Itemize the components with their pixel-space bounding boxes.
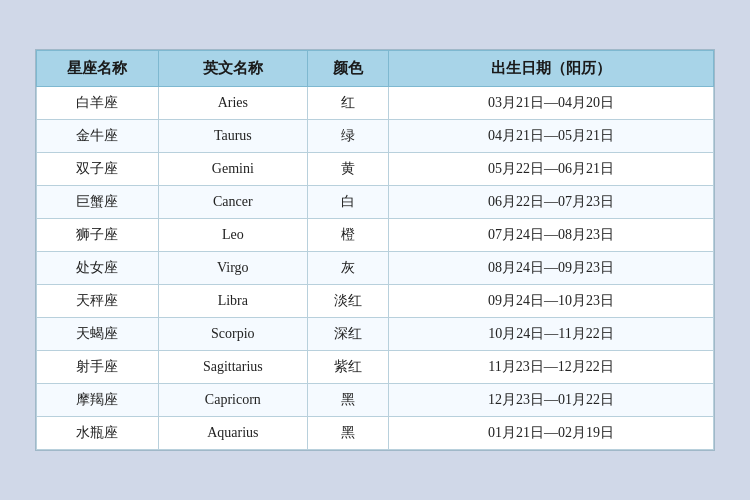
cell-zh-name: 天秤座: [37, 285, 159, 318]
cell-zh-name: 水瓶座: [37, 417, 159, 450]
table-body: 白羊座Aries红03月21日—04月20日金牛座Taurus绿04月21日—0…: [37, 87, 714, 450]
cell-date: 11月23日—12月22日: [389, 351, 714, 384]
cell-color: 红: [307, 87, 388, 120]
cell-color: 绿: [307, 120, 388, 153]
cell-en-name: Leo: [158, 219, 307, 252]
cell-color: 深红: [307, 318, 388, 351]
table-row: 射手座Sagittarius紫红11月23日—12月22日: [37, 351, 714, 384]
cell-date: 06月22日—07月23日: [389, 186, 714, 219]
cell-date: 08月24日—09月23日: [389, 252, 714, 285]
cell-color: 黄: [307, 153, 388, 186]
table-row: 双子座Gemini黄05月22日—06月21日: [37, 153, 714, 186]
cell-color: 紫红: [307, 351, 388, 384]
cell-en-name: Cancer: [158, 186, 307, 219]
cell-en-name: Sagittarius: [158, 351, 307, 384]
zodiac-table-container: 星座名称 英文名称 颜色 出生日期（阳历） 白羊座Aries红03月21日—04…: [35, 49, 715, 451]
cell-en-name: Aquarius: [158, 417, 307, 450]
cell-date: 07月24日—08月23日: [389, 219, 714, 252]
header-color: 颜色: [307, 51, 388, 87]
cell-date: 04月21日—05月21日: [389, 120, 714, 153]
cell-color: 黑: [307, 384, 388, 417]
table-row: 水瓶座Aquarius黑01月21日—02月19日: [37, 417, 714, 450]
cell-en-name: Aries: [158, 87, 307, 120]
cell-date: 10月24日—11月22日: [389, 318, 714, 351]
cell-zh-name: 白羊座: [37, 87, 159, 120]
cell-zh-name: 射手座: [37, 351, 159, 384]
cell-en-name: Gemini: [158, 153, 307, 186]
cell-color: 淡红: [307, 285, 388, 318]
cell-zh-name: 双子座: [37, 153, 159, 186]
cell-zh-name: 巨蟹座: [37, 186, 159, 219]
cell-zh-name: 狮子座: [37, 219, 159, 252]
cell-color: 灰: [307, 252, 388, 285]
table-row: 狮子座Leo橙07月24日—08月23日: [37, 219, 714, 252]
cell-zh-name: 金牛座: [37, 120, 159, 153]
table-row: 巨蟹座Cancer白06月22日—07月23日: [37, 186, 714, 219]
cell-en-name: Capricorn: [158, 384, 307, 417]
table-row: 天秤座Libra淡红09月24日—10月23日: [37, 285, 714, 318]
header-en-name: 英文名称: [158, 51, 307, 87]
cell-color: 黑: [307, 417, 388, 450]
table-row: 金牛座Taurus绿04月21日—05月21日: [37, 120, 714, 153]
cell-date: 12月23日—01月22日: [389, 384, 714, 417]
cell-en-name: Libra: [158, 285, 307, 318]
cell-date: 03月21日—04月20日: [389, 87, 714, 120]
cell-zh-name: 摩羯座: [37, 384, 159, 417]
table-row: 天蝎座Scorpio深红10月24日—11月22日: [37, 318, 714, 351]
header-zh-name: 星座名称: [37, 51, 159, 87]
table-header-row: 星座名称 英文名称 颜色 出生日期（阳历）: [37, 51, 714, 87]
cell-en-name: Scorpio: [158, 318, 307, 351]
cell-zh-name: 处女座: [37, 252, 159, 285]
cell-date: 05月22日—06月21日: [389, 153, 714, 186]
table-row: 白羊座Aries红03月21日—04月20日: [37, 87, 714, 120]
zodiac-table: 星座名称 英文名称 颜色 出生日期（阳历） 白羊座Aries红03月21日—04…: [36, 50, 714, 450]
cell-color: 白: [307, 186, 388, 219]
cell-date: 01月21日—02月19日: [389, 417, 714, 450]
cell-zh-name: 天蝎座: [37, 318, 159, 351]
cell-en-name: Taurus: [158, 120, 307, 153]
header-date: 出生日期（阳历）: [389, 51, 714, 87]
table-row: 处女座Virgo灰08月24日—09月23日: [37, 252, 714, 285]
cell-date: 09月24日—10月23日: [389, 285, 714, 318]
table-row: 摩羯座Capricorn黑12月23日—01月22日: [37, 384, 714, 417]
cell-color: 橙: [307, 219, 388, 252]
cell-en-name: Virgo: [158, 252, 307, 285]
